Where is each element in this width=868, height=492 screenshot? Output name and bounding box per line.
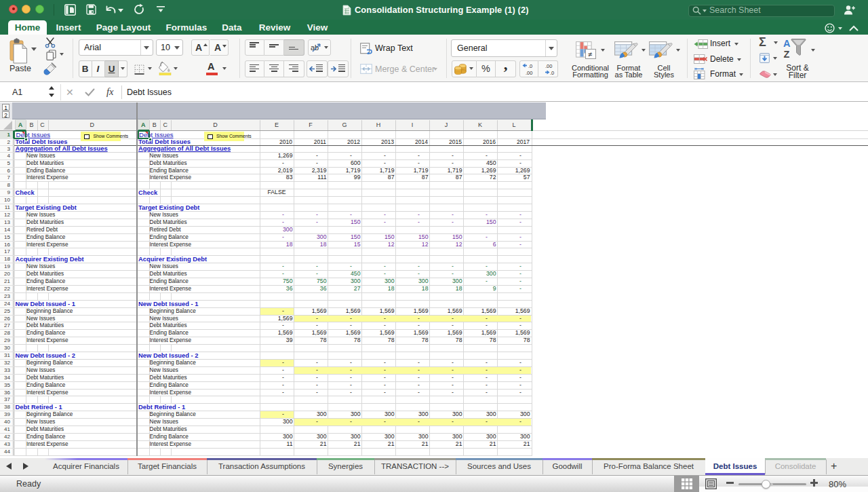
svg-text:.00: .00	[545, 63, 552, 69]
svg-text:.0: .0	[550, 70, 554, 76]
svg-text:.0: .0	[528, 63, 532, 69]
svg-text:≠: ≠	[588, 50, 592, 58]
svg-text:.00: .00	[526, 70, 532, 76]
svg-text:A: A	[783, 38, 791, 49]
svg-text:Z: Z	[784, 49, 790, 58]
